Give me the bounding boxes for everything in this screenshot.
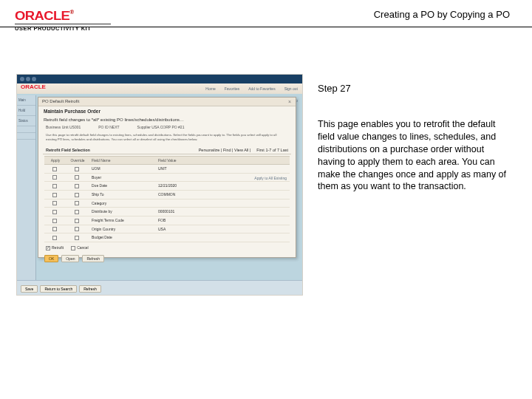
table-row: Buyer [44,174,290,183]
modal-title: PO Default Retrofit [38,98,296,106]
field-value: 00000101 [155,209,222,214]
apply-checkbox[interactable] [52,184,57,188]
window-chrome [17,75,302,83]
field-name: Distribute by [89,209,155,214]
return-button[interactable]: Return to Search [40,285,77,293]
override-checkbox[interactable] [75,201,79,205]
radio-row: Retrofit Cancel [38,242,296,253]
modal-paragraph: Use this page to retrofit default field … [38,131,296,144]
save-button[interactable]: Save [21,285,38,293]
override-checkbox[interactable] [75,167,79,171]
brand-word: ORACLE® [15,10,126,23]
field-value [155,201,222,206]
field-value: USA [155,227,222,232]
apply-checkbox[interactable] [52,210,57,214]
page-title: Creating a PO by Copying a PO [374,9,510,20]
app-screenshot: Home Favorites Add to Favorites Sign out… [16,74,303,296]
close-icon[interactable]: × [288,99,291,104]
open-button[interactable]: Open [61,255,79,262]
field-value [155,235,222,240]
field-value: FOB [155,218,222,223]
override-checkbox[interactable] [75,184,79,188]
app-header-links: Home Favorites Add to Favorites Sign out [17,83,302,94]
ok-button[interactable]: OK [44,255,58,262]
field-name: Buyer [89,175,155,180]
override-checkbox[interactable] [75,193,79,197]
modal-buttons: OK Open Refresh [38,253,296,264]
step-label: Step 27 [318,83,351,94]
field-name: Origin Country [89,227,155,232]
left-rail: Main Hold Status [17,95,36,280]
field-value: 12/21/2020 [155,183,222,188]
apply-checkbox[interactable] [52,193,57,197]
table-row: Freight Terms CodeFOB [44,216,290,225]
override-checkbox[interactable] [75,219,79,223]
field-name: Due Date [89,183,155,188]
brand-word-small: ORACLE [21,84,46,89]
apply-checkbox[interactable] [52,175,57,180]
apply-all-button[interactable]: Apply to All Existing [254,176,287,180]
override-checkbox[interactable] [75,227,79,231]
refresh-button[interactable]: Refresh [82,255,104,262]
apply-checkbox[interactable] [52,201,57,205]
retrofit-modal: PO Default Retrofit × Maintain Purchase … [38,97,296,258]
field-name: Ship To [89,192,155,197]
oracle-logo: ORACLE® USER PRODUCTIVITY KIT [15,10,111,32]
field-name: Category [89,201,155,206]
apply-checkbox[interactable] [52,219,57,223]
field-name: Budget Date [89,235,155,240]
modal-subtitle: Maintain Purchase Order [38,106,296,116]
override-checkbox[interactable] [75,175,79,180]
table-row: Distribute by00000101 [44,208,290,216]
cancel-checkbox[interactable] [71,246,75,250]
apply-checkbox[interactable] [52,167,57,171]
field-value: UNIT [155,166,222,171]
apply-checkbox[interactable] [52,236,57,240]
field-name: Freight Terms Code [89,218,155,223]
upk-label: USER PRODUCTIVITY KIT [15,25,111,32]
footer-buttons: Save Return to Search Refresh [21,285,101,293]
field-value [155,175,222,180]
override-checkbox[interactable] [75,236,79,240]
override-checkbox[interactable] [75,210,79,214]
table-row: UOMUNIT [44,165,290,174]
table-row: Category [44,200,290,208]
table-row: Budget Date [44,233,290,242]
field-name: UOM [89,166,155,171]
apply-checkbox[interactable] [52,227,57,231]
field-value: COMMON [155,192,222,197]
table-row: Due Date12/21/2020 [44,182,290,191]
refresh-footer-button[interactable]: Refresh [79,285,101,293]
table-row: Origin CountryUSA [44,225,290,234]
table-row: Ship ToCOMMON [44,191,290,200]
retrofit-line: Retrofit field changes to *all* existing… [38,116,296,123]
table-header: Apply Override Field Name Field Value [44,156,290,165]
retrofit-checkbox[interactable] [46,246,50,250]
meta-row: Business Unit US001 PO ID NEXT Supplier … [38,123,296,131]
section-heading: Retrofit Field Selection First 1-7 of 7 … [43,146,291,154]
step-description: This page enables you to retrofit the de… [318,118,510,193]
